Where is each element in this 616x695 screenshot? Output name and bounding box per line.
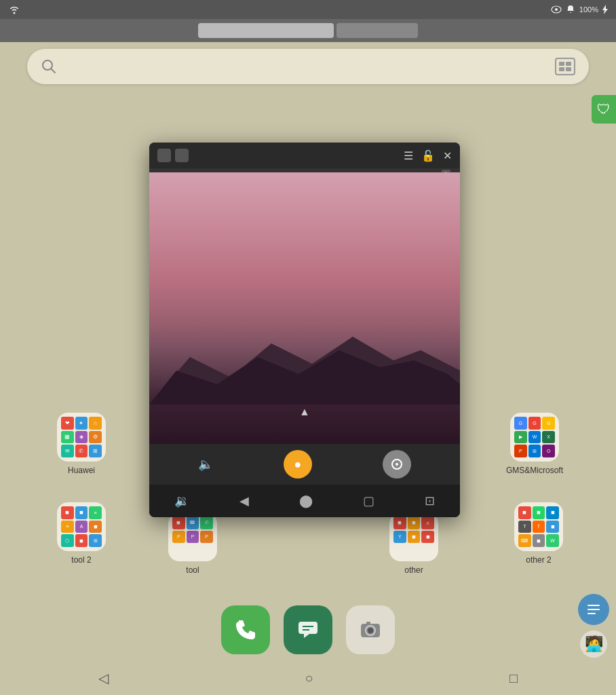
status-bar-left [8, 5, 20, 14]
app-icon-huawei[interactable]: ❤ ✦ ☆ ▦ ◈ ⚙ ✉ ✆ ⊞ Huawei [57, 413, 106, 475]
title-btn-2[interactable] [175, 149, 189, 162]
up-arrow-icon[interactable]: ▲ [299, 406, 310, 418]
svg-rect-7 [566, 67, 571, 71]
app-icon-other[interactable]: ◼ ◼ e Y ◼ ◼ other [389, 512, 438, 575]
layout-icon[interactable] [555, 58, 575, 75]
battery-indicator: 100% [579, 5, 598, 14]
svg-rect-4 [559, 62, 564, 66]
menu-icon[interactable]: ☰ [404, 149, 413, 162]
huawei-label: Huawei [68, 466, 95, 475]
shield-icon: 🛡 [597, 102, 611, 117]
floating-window: ☰ 🔓 ✕ 1 ▲ 🔈 ● 🔉 ◀ ⬤ ▢ ⊡ [149, 143, 460, 517]
floating-square-icon[interactable]: ▢ [363, 493, 374, 508]
tool2-icon-grid: ◼ ◼ ≡ ≡ A ◼ ⬡ ◼ ⊞ [57, 502, 106, 551]
app-icon-gms-microsoft[interactable]: G G G ▶ W X P ⊞ O GMS&Microsoft [506, 413, 563, 475]
volume-icon[interactable]: 🔈 [198, 457, 213, 472]
app-icon-tool[interactable]: ◼ ☎ ✆ P P P tool [168, 512, 217, 575]
other2-icon-grid: ◼ ◼ ◼ T T ◼ ⌨ ◼ W [514, 502, 563, 551]
floating-titlebar: ☰ 🔓 ✕ [149, 143, 460, 168]
bell-icon [566, 5, 575, 14]
titlebar-left [157, 149, 189, 162]
floating-home-icon[interactable]: ⬤ [299, 493, 313, 508]
tool-icon-grid: ◼ ☎ ✆ P P P [168, 512, 217, 561]
other2-label: other 2 [526, 555, 551, 565]
floating-controls: 🔈 ● [149, 444, 460, 485]
gms-icon-grid: G G G ▶ W X P ⊞ O [510, 413, 559, 462]
floating-back-icon[interactable]: ◀ [239, 493, 249, 508]
widget-char-icon[interactable]: 🧑‍💻 [580, 631, 607, 658]
tab-item-2[interactable] [336, 23, 418, 38]
other-icon-grid: ◼ ◼ e Y ◼ ◼ [389, 512, 438, 561]
chat-dock-icon[interactable] [284, 605, 332, 654]
tool2-label: tool 2 [71, 555, 91, 565]
app-icon-tool2[interactable]: ◼ ◼ ≡ ≡ A ◼ ⬡ ◼ ⊞ tool 2 [57, 502, 106, 565]
tab-bar [0, 19, 616, 42]
floating-nav: 🔉 ◀ ⬤ ▢ ⊡ [149, 485, 460, 517]
titlebar-icons: ☰ 🔓 ✕ [404, 149, 452, 162]
svg-rect-6 [559, 67, 564, 71]
search-bar-container [27, 49, 589, 84]
search-bar [27, 49, 589, 84]
camera-dock-icon[interactable] [346, 605, 395, 654]
svg-rect-18 [366, 622, 370, 624]
widget-right: 🧑‍💻 [578, 594, 609, 658]
gray-circle-button[interactable] [383, 450, 411, 478]
close-icon[interactable]: ✕ [443, 149, 452, 162]
tab-item-1[interactable] [198, 23, 334, 38]
mountains-silhouette [149, 316, 460, 405]
floating-bookmark-icon[interactable]: ⊡ [425, 493, 435, 508]
lock-icon[interactable]: 🔓 [421, 149, 435, 162]
bottom-back-icon[interactable]: ◁ [98, 670, 109, 686]
bottom-nav: ◁ ○ □ [0, 661, 616, 695]
title-btn-1[interactable] [157, 149, 171, 162]
svg-point-11 [396, 463, 398, 466]
yellow-circle-button[interactable]: ● [284, 450, 312, 478]
bottom-square-icon[interactable]: □ [509, 671, 518, 686]
tool-label: tool [186, 565, 199, 575]
bottom-home-icon[interactable]: ○ [305, 671, 313, 686]
other-label: other [404, 565, 423, 575]
phone-dock-icon[interactable] [221, 605, 270, 654]
charging-icon [602, 5, 608, 14]
app-icon-other2[interactable]: ◼ ◼ ◼ T T ◼ ⌨ ◼ W other 2 [514, 502, 563, 565]
dock [221, 605, 395, 654]
eye-icon [551, 5, 562, 14]
gms-label: GMS&Microsoft [506, 466, 563, 475]
status-bar: 100% [0, 0, 616, 19]
huawei-icon-grid: ❤ ✦ ☆ ▦ ◈ ⚙ ✉ ✆ ⊞ [57, 413, 106, 462]
status-bar-right: 100% [551, 5, 608, 14]
svg-line-3 [51, 69, 55, 73]
svg-point-1 [555, 8, 558, 11]
wifi-icon [8, 5, 20, 14]
svg-rect-12 [299, 622, 317, 634]
widget-circle-button[interactable] [578, 594, 609, 625]
svg-rect-5 [566, 62, 571, 66]
svg-point-17 [368, 628, 373, 633]
floating-volume-icon[interactable]: 🔉 [174, 493, 189, 508]
floating-scenic-content: ▲ [149, 172, 460, 444]
shield-badge[interactable]: 🛡 [592, 95, 616, 124]
search-icon [41, 58, 57, 75]
